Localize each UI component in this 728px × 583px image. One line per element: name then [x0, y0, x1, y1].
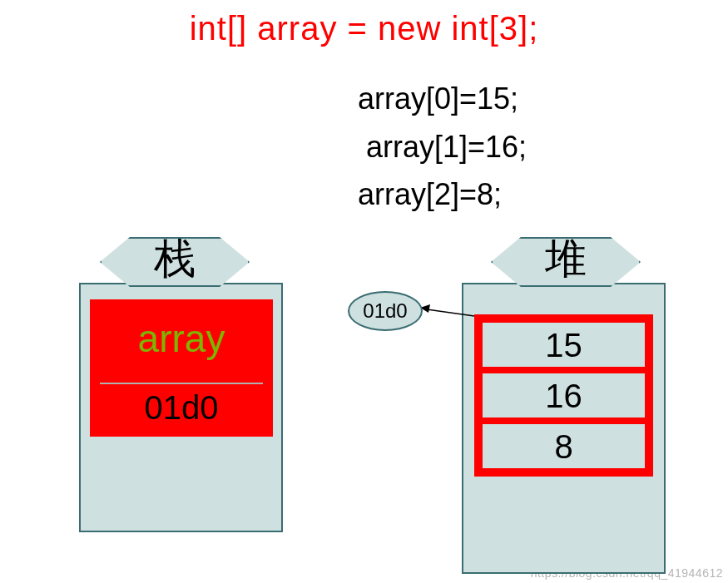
heap-array-box: 15 16 8 — [474, 314, 653, 477]
stack-variable-address: 01d0 — [90, 389, 273, 427]
heap-cell-2: 8 — [483, 424, 645, 468]
stack-variable-name: array — [90, 316, 273, 361]
pointer-arrow-icon — [420, 299, 478, 324]
svg-line-0 — [427, 309, 474, 316]
stack-divider — [100, 383, 263, 384]
pointer-address: 01d0 — [348, 291, 423, 331]
heap-cell-1: 16 — [483, 373, 645, 417]
heap-label: 堆 — [491, 231, 641, 287]
assign-line-2: array[2]=8; — [358, 170, 527, 219]
assign-line-1: array[1]=16; — [358, 123, 527, 171]
assign-line-0: array[0]=15; — [358, 75, 527, 123]
heap-cell-0: 15 — [483, 323, 645, 367]
code-declaration: int[] array = new int[3]; — [0, 10, 728, 47]
assignment-lines: array[0]=15; array[1]=16; array[2]=8; — [358, 75, 527, 219]
stack-label: 栈 — [100, 231, 250, 287]
